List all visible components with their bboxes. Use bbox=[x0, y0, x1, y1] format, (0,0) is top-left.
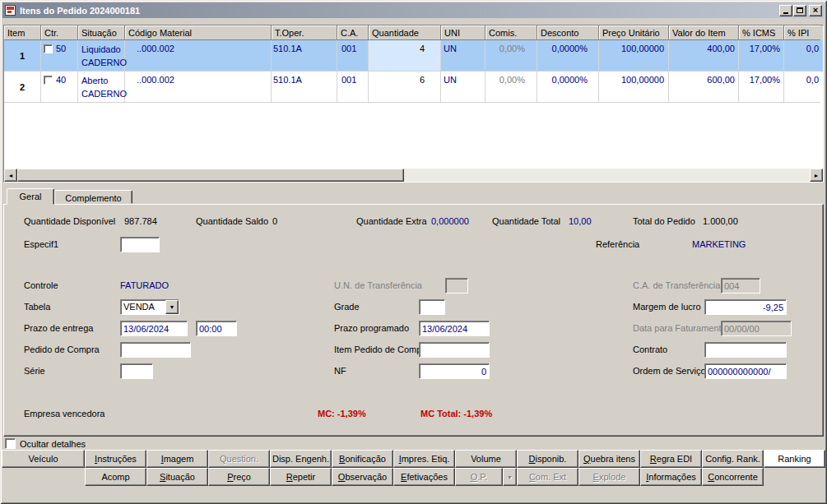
label-prazo-entrega: Prazo de entrega bbox=[24, 323, 93, 333]
column-header-valor-do-item[interactable]: Valor do Item bbox=[669, 25, 739, 40]
cell-situacao[interactable]: AbertoCADERNO bbox=[78, 72, 125, 103]
column-header-item[interactable]: Item bbox=[4, 25, 41, 40]
button-config-rank[interactable]: Config. Rank. bbox=[702, 450, 764, 468]
prazo-entrega-date-input[interactable] bbox=[120, 321, 188, 336]
value-total-do-pedido: 1.000,00 bbox=[703, 216, 738, 226]
button-regra-edi[interactable]: Regra EDI bbox=[640, 450, 702, 468]
button-acomp[interactable]: Acomp bbox=[85, 468, 146, 486]
column-header-c-a[interactable]: C.A. bbox=[337, 25, 369, 40]
column-header-codigo-material[interactable]: Código Material bbox=[125, 25, 272, 40]
cell-comis[interactable]: 0,00% bbox=[486, 40, 537, 72]
button-efetivacoes[interactable]: Efetivações bbox=[393, 468, 455, 486]
grid-body[interactable]: 150LiquidadoCADERNO..000.002510.1A0014UN… bbox=[4, 40, 823, 169]
close-button[interactable]: × bbox=[809, 5, 822, 16]
cell-situacao[interactable]: LiquidadoCADERNO bbox=[78, 40, 125, 72]
button-imagem[interactable]: Imagem bbox=[146, 450, 208, 468]
margem-lucro-input[interactable] bbox=[704, 299, 787, 315]
cell-quantidade[interactable]: 6 bbox=[369, 72, 441, 103]
column-header-uni[interactable]: UNI bbox=[441, 25, 486, 40]
cell-item[interactable]: 2 bbox=[4, 72, 41, 103]
column-header-t-oper[interactable]: T.Oper. bbox=[272, 25, 337, 40]
cell-ipi[interactable]: 0,0 bbox=[784, 40, 820, 72]
cell-toper[interactable]: 510.1A bbox=[272, 72, 337, 103]
cell-preco-unitario[interactable]: 100,00000 bbox=[599, 40, 669, 72]
column-header-ipi[interactable]: % IPI bbox=[784, 25, 820, 40]
cell-uni[interactable]: UN bbox=[441, 40, 486, 72]
ordem-servico-input[interactable] bbox=[704, 363, 787, 379]
pedido-compra-input[interactable] bbox=[120, 342, 191, 358]
cell-uni[interactable]: UN bbox=[441, 72, 486, 103]
cell-codigo-material[interactable]: ..000.002 bbox=[125, 72, 272, 103]
tabela-select[interactable]: VENDA ▼ bbox=[120, 299, 179, 315]
prazo-programado-input[interactable] bbox=[419, 321, 490, 336]
minimize-button[interactable] bbox=[779, 5, 792, 16]
tabela-selected-value: VENDA bbox=[121, 300, 165, 314]
scroll-right-arrow-icon[interactable]: ► bbox=[810, 169, 823, 182]
cell-quantidade[interactable]: 4 bbox=[369, 40, 441, 72]
cell-desconto[interactable]: 0,0000% bbox=[537, 40, 599, 72]
scroll-left-arrow-icon[interactable]: ◄ bbox=[4, 169, 17, 182]
column-header-quantidade[interactable]: Quantidade bbox=[369, 25, 441, 40]
cell-ctr[interactable]: 40 bbox=[41, 72, 78, 103]
button-impres-etiq[interactable]: Impres. Etiq. bbox=[393, 450, 455, 468]
cell-ctr-value: 50 bbox=[56, 44, 66, 53]
column-header-comis[interactable]: Comis. bbox=[486, 25, 537, 40]
cell-icms[interactable]: 17,00% bbox=[739, 40, 784, 72]
cell-ca[interactable]: 001 bbox=[337, 72, 369, 103]
contrato-input[interactable] bbox=[704, 342, 787, 358]
column-header-ctr[interactable]: Ctr. bbox=[41, 25, 78, 40]
cell-desconto[interactable]: 0,0000% bbox=[537, 72, 599, 103]
grade-input[interactable] bbox=[419, 299, 445, 315]
grid-horizontal-scrollbar[interactable]: ◄ ► bbox=[4, 169, 823, 182]
item-pedido-compra-input[interactable] bbox=[419, 342, 490, 358]
value-controle: FATURADO bbox=[120, 280, 169, 290]
cell-ipi[interactable]: 0,0 bbox=[784, 72, 820, 103]
tab-panel-geral: Quantidade Disponível 987.784 Quantidade… bbox=[3, 204, 824, 437]
tab-complemento[interactable]: Complemento bbox=[54, 190, 132, 204]
row-checkbox[interactable] bbox=[44, 44, 53, 53]
tab-geral[interactable]: Geral bbox=[7, 188, 54, 205]
button-preco[interactable]: Preço bbox=[208, 468, 270, 486]
button-situacao[interactable]: Situação bbox=[146, 468, 208, 486]
button-instrucoes[interactable]: Instruções bbox=[85, 450, 146, 468]
grid-row-1[interactable]: 150LiquidadoCADERNO..000.002510.1A0014UN… bbox=[4, 40, 823, 72]
label-margem-lucro: Margem de lucro bbox=[633, 302, 701, 312]
button-disponib[interactable]: Disponib. bbox=[517, 450, 578, 468]
cell-preco-unitario[interactable]: 100,00000 bbox=[599, 72, 669, 103]
column-header-situacao[interactable]: Situação bbox=[78, 25, 125, 40]
cell-item[interactable]: 1 bbox=[4, 40, 41, 72]
cell-icms[interactable]: 17,00% bbox=[739, 72, 784, 103]
button-observacao[interactable]: Observação bbox=[332, 468, 393, 486]
button-ranking[interactable]: Ranking bbox=[764, 450, 825, 468]
button-veiculo[interactable]: Veículo bbox=[2, 450, 85, 468]
tabela-dropdown-arrow-icon[interactable]: ▼ bbox=[165, 300, 179, 314]
serie-input[interactable] bbox=[120, 363, 153, 379]
column-header-preco-unitario[interactable]: Preço Unitário bbox=[599, 25, 669, 40]
maximize-button[interactable] bbox=[793, 5, 806, 16]
column-header-icms[interactable]: % ICMS bbox=[739, 25, 784, 40]
especif1-input[interactable] bbox=[120, 237, 160, 252]
row-checkbox[interactable] bbox=[44, 76, 53, 85]
column-header-desconto[interactable]: Desconto bbox=[537, 25, 599, 40]
button-informacoes[interactable]: Informações bbox=[640, 468, 702, 486]
ocultar-detalhes-checkbox[interactable] bbox=[5, 438, 16, 449]
button-repetir[interactable]: Repetir bbox=[270, 468, 332, 486]
cell-codigo-material[interactable]: ..000.002 bbox=[125, 40, 272, 72]
cell-toper[interactable]: 510.1A bbox=[272, 40, 337, 72]
nf-input[interactable] bbox=[419, 363, 490, 379]
cell-valor-item[interactable]: 400,00 bbox=[669, 40, 739, 72]
button-quebra-itens[interactable]: Quebra itens bbox=[578, 450, 640, 468]
scrollbar-thumb[interactable] bbox=[17, 169, 404, 182]
cell-valor-item[interactable]: 600,00 bbox=[669, 72, 739, 103]
button-concorrente[interactable]: Concorrente bbox=[702, 468, 764, 486]
cell-ctr[interactable]: 50 bbox=[41, 40, 78, 72]
button-volume[interactable]: Volume bbox=[455, 450, 517, 468]
cell-ca[interactable]: 001 bbox=[337, 40, 369, 72]
grid-row-2[interactable]: 240AbertoCADERNO..000.002510.1A0016UN0,0… bbox=[4, 72, 823, 103]
label-total-do-pedido: Total do Pedido bbox=[633, 216, 695, 226]
cell-comis[interactable]: 0,00% bbox=[486, 72, 537, 103]
button-disp-engenh[interactable]: Disp. Engenh. bbox=[270, 450, 332, 468]
label-serie: Série bbox=[24, 366, 45, 376]
prazo-entrega-time-input[interactable] bbox=[196, 321, 237, 336]
button-bonificacao[interactable]: Bonificação bbox=[332, 450, 393, 468]
